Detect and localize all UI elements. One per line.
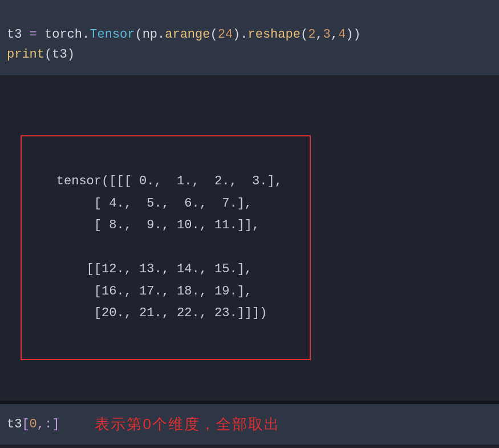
tensor-output-1: tensor([[[ 0., 1., 2., 3.], [ 4., 5., 6.… — [26, 174, 282, 320]
output-cell-1: tensor([[[ 0., 1., 2., 3.], [ 4., 5., 6.… — [0, 75, 499, 401]
output-highlight-box: tensor([[[ 0., 1., 2., 3.], [ 4., 5., 6.… — [21, 135, 311, 361]
code-line-1: t3 = torch.Tensor(np.arange(24).reshape(… — [7, 27, 361, 62]
code-cell-1: t3 = torch.Tensor(np.arange(24).reshape(… — [0, 0, 499, 75]
code-cell-2: t3[0,:] 表示第0个维度，全部取出 — [0, 404, 499, 445]
code-line-2: t3[0,:] — [7, 417, 59, 431]
annotation-text: 表示第0个维度，全部取出 — [95, 414, 279, 434]
output-cell-2: tensor([[ 0., 1., 2., 3.], [ 4., 5., 6.,… — [0, 445, 499, 448]
